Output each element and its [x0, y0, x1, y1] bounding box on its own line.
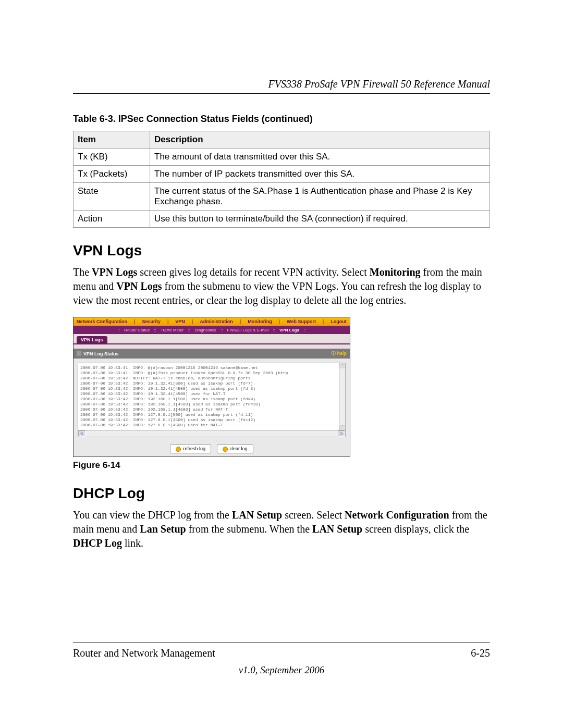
figure-label: Figure 6-14	[73, 460, 490, 471]
clear-log-button[interactable]: clear log	[217, 445, 253, 453]
ipsec-status-table: Item Description Tx (KB) The amount of d…	[73, 131, 490, 228]
page-footer: Router and Network Management 6-25 v1.0,…	[73, 643, 490, 676]
bold: VPN Logs	[116, 280, 162, 292]
app-tabbar: VPN Logs	[74, 334, 350, 344]
scroll-left-icon[interactable]: <	[78, 430, 85, 437]
cell-item: Tx (Packets)	[74, 166, 150, 183]
log-line: 2006-07-06 19:53:42: INFO: 10.1.32.41[45…	[80, 386, 343, 391]
clear-icon	[223, 447, 228, 452]
table-row: State The current status of the SA.Phase…	[74, 183, 490, 211]
text: screen gives log details for recent VPN …	[137, 266, 369, 278]
text: screen. Select	[282, 509, 345, 521]
help-icon: ⓘ	[331, 351, 336, 356]
app-screenshot: Network Configuration| Security| VPN| Ad…	[73, 317, 350, 457]
collapse-icon[interactable]	[77, 351, 81, 356]
nav-item[interactable]: Security	[142, 319, 161, 324]
log-line: 2006-07-06 19:53:42: INFO: 127.0.0.1[500…	[80, 412, 343, 417]
button-bar: refresh log clear log	[74, 441, 350, 456]
log-line: 2006-07-06 19:53:42: INFO: 10.1.32.41[45…	[80, 391, 343, 397]
cell-item: Action	[74, 211, 150, 228]
bold: VPN Logs	[92, 266, 137, 278]
text: from the submenu. When the	[186, 523, 312, 535]
bold: DHCP Log	[73, 537, 122, 549]
tab-vpn-logs[interactable]: VPN Logs	[77, 336, 107, 343]
subnav-item[interactable]: Traffic Meter	[159, 328, 185, 332]
heading-dhcp-log: DHCP Log	[73, 485, 490, 502]
scroll-right-icon[interactable]: >	[338, 430, 345, 437]
refresh-icon	[176, 447, 181, 452]
nav-item[interactable]: VPN	[175, 319, 185, 324]
table-caption: Table 6-3. IPSec Connection Status Field…	[73, 114, 490, 125]
log-line: 2006-07-06 19:53:42: INFO: 127.0.0.1[450…	[80, 423, 343, 428]
log-line: 2006-07-06 19:53:42: INFO: 192.168.1.1[4…	[80, 402, 343, 407]
table-row: Tx (Packets) The number of IP packets tr…	[74, 166, 490, 183]
log-line: 2006-07-06 19:53:42: NOTIFY: NAT-T is en…	[80, 376, 343, 381]
subnav-item[interactable]: Firewall Logs & E-mail	[226, 328, 271, 332]
subnav-item-selected[interactable]: VPN Logs	[278, 328, 301, 332]
log-line: 2006-07-06 19:53:42: INFO: 192.168.1.1[5…	[80, 397, 343, 402]
subnav-item[interactable]: Diagnostics	[193, 328, 217, 332]
nav-item[interactable]: Web Support	[287, 319, 316, 324]
app-subnav: :: Router Status :: Traffic Meter :: Dia…	[74, 326, 350, 334]
cell-item: Tx (KB)	[74, 149, 150, 166]
scroll-up-icon[interactable]: ˄	[339, 363, 345, 368]
scroll-track[interactable]	[85, 430, 338, 437]
footer-page-number: 6-25	[471, 647, 490, 659]
figure-vpn-logs: Network Configuration| Security| VPN| Ad…	[73, 317, 490, 471]
panel-head: VPN Log Status ⓘ help	[74, 349, 350, 359]
cell-desc: The amount of data transmitted over this…	[150, 149, 490, 166]
nav-item[interactable]: Logout	[331, 319, 347, 324]
log-line: 2006-07-06 19:53:42: INFO: 192.168.1.1[4…	[80, 407, 343, 412]
refresh-log-button[interactable]: refresh log	[170, 445, 211, 453]
app-nav: Network Configuration| Security| VPN| Ad…	[74, 317, 350, 326]
text: The	[73, 266, 92, 278]
log-line: 2006-07-06 19:53:42: INFO: 127.0.0.1[450…	[80, 417, 343, 423]
bold: LAN Setup	[312, 523, 362, 535]
cell-item: State	[74, 183, 150, 211]
text: link.	[122, 537, 143, 549]
log-line: 2006-07-06 19:53:41: INFO: @(#)This prod…	[80, 371, 343, 376]
nav-item[interactable]: Monitoring	[248, 319, 272, 324]
text: You can view the DHCP log from the	[73, 509, 232, 521]
nav-item[interactable]: Administration	[200, 319, 233, 324]
top-rule	[73, 93, 490, 94]
text: screen displays, click the	[362, 523, 469, 535]
para-vpn-logs: The VPN Logs screen gives log details fo…	[73, 265, 490, 307]
col-item: Item	[74, 131, 150, 149]
bold: Network Configuration	[345, 509, 449, 521]
log-line: 2006-07-06 19:53:42: INFO: 10.1.32.41[50…	[80, 381, 343, 386]
para-dhcp-log: You can view the DHCP log from the LAN S…	[73, 508, 490, 550]
nav-item[interactable]: Network Configuration	[77, 319, 127, 324]
footer-left: Router and Network Management	[73, 647, 215, 659]
panel-body: 2006-07-06 19:53:41: INFO: @(#)racoon 20…	[74, 359, 350, 441]
log-textarea[interactable]: 2006-07-06 19:53:41: INFO: @(#)racoon 20…	[78, 363, 346, 430]
table-row: Action Use this button to terminate/buil…	[74, 211, 490, 228]
page: FVS338 ProSafe VPN Firewall 50 Reference…	[0, 0, 563, 728]
help-link[interactable]: ⓘ help	[331, 350, 347, 357]
cell-desc: The current status of the SA.Phase 1 is …	[150, 183, 490, 211]
log-line: 2006-07-06 19:53:41: INFO: @(#)racoon 20…	[80, 365, 343, 371]
vertical-scrollbar[interactable]: ˄ ˅	[339, 363, 345, 430]
cell-desc: Use this button to terminate/build the S…	[150, 211, 490, 228]
heading-vpn-logs: VPN Logs	[73, 242, 490, 259]
bold: Monitoring	[370, 266, 421, 278]
scroll-down-icon[interactable]: ˅	[339, 425, 345, 430]
cell-desc: The number of IP packets transmitted ove…	[150, 166, 490, 183]
table-row: Tx (KB) The amount of data transmitted o…	[74, 149, 490, 166]
bold: LAN Setup	[232, 509, 282, 521]
col-desc: Description	[150, 131, 490, 149]
horizontal-scrollbar[interactable]: < >	[78, 430, 346, 437]
doc-title: FVS338 ProSafe VPN Firewall 50 Reference…	[73, 78, 490, 90]
subnav-item[interactable]: Router Status	[123, 328, 151, 332]
footer-version: v1.0, September 2006	[73, 664, 490, 676]
panel-title: VPN Log Status	[83, 351, 119, 356]
table-header-row: Item Description	[74, 131, 490, 149]
bold: Lan Setup	[140, 523, 186, 535]
